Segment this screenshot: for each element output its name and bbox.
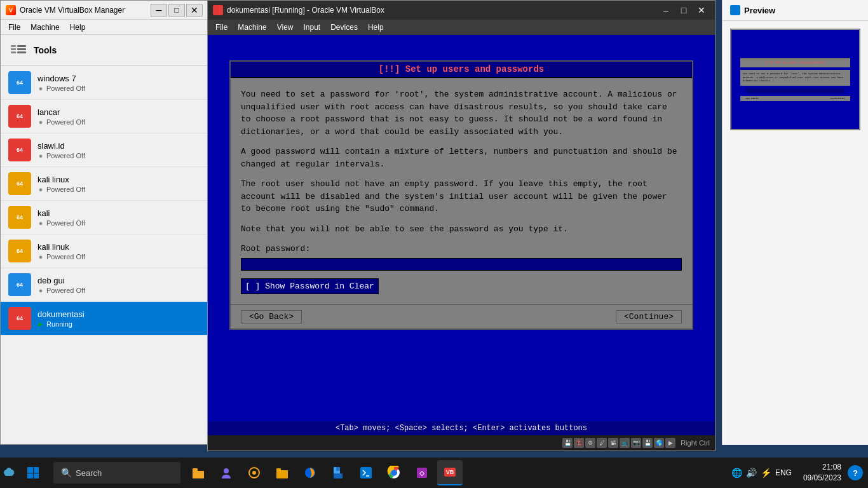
search-icon: 🔍 xyxy=(61,468,72,478)
vbm-titlebar: V Oracle VM VirtualBox Manager – □ ✕ xyxy=(1,1,208,20)
taskbar-files[interactable] xyxy=(325,460,351,485)
vm-running-title: dokumentasi [Running] - Oracle VM Virtua… xyxy=(227,6,658,15)
vm-status-icon-10: ▶ xyxy=(665,438,675,448)
vm-item-kali[interactable]: 64 kali ● Powered Off xyxy=(1,201,208,234)
taskbar-chrome[interactable] xyxy=(381,460,407,485)
taskbar-vscode[interactable] xyxy=(353,460,379,485)
vm-status-slawi: ● Powered Off xyxy=(37,152,200,159)
sound-icon[interactable]: 🔊 xyxy=(746,468,757,478)
vm-status-icon-5: 📽 xyxy=(608,438,618,448)
vm-icon-windows7: 64 xyxy=(8,71,31,94)
status-icon-off7: ● xyxy=(37,287,44,294)
vm-item-slawi[interactable]: 64 slawi.id ● Powered Off xyxy=(1,133,208,167)
vbm-maximize-btn[interactable]: □ xyxy=(168,4,185,17)
vm-item-kalilinuk[interactable]: 64 kali linuk ● Powered Off xyxy=(1,234,208,268)
vbm-menubar: File Machine Help xyxy=(1,20,208,35)
vbm-window: V Oracle VM VirtualBox Manager – □ ✕ Fil… xyxy=(0,0,208,445)
status-icon-running: ► xyxy=(37,321,44,327)
vm-status-icon-7: 📷 xyxy=(631,438,641,448)
taskbar-firefox[interactable] xyxy=(297,460,323,485)
taskbar-search[interactable]: 🔍 Search xyxy=(53,462,180,484)
start-button[interactable] xyxy=(18,458,48,488)
vm-menu-devices[interactable]: Devices xyxy=(325,22,363,33)
vm-name-windows7: windows 7 xyxy=(37,74,200,83)
taskbar-virtualbox[interactable]: VB xyxy=(437,460,463,485)
vm-info-kalilinuk: kali linuk ● Powered Off xyxy=(37,242,200,261)
vm-status-icon-9: 🌎 xyxy=(654,438,664,448)
go-back-btn[interactable]: <Go Back> xyxy=(241,310,302,323)
vm-status-kali: ● Powered Off xyxy=(37,219,200,227)
vm-info-debgui: deb gui ● Powered Off xyxy=(37,276,200,294)
vm-menu-input[interactable]: Input xyxy=(299,22,326,33)
root-password-input[interactable] xyxy=(241,258,682,271)
svg-rect-5 xyxy=(17,51,26,53)
vbm-minimize-btn[interactable]: – xyxy=(151,4,167,17)
vm-menu-view[interactable]: View xyxy=(272,22,299,33)
vbm-close-btn[interactable]: ✕ xyxy=(186,4,203,17)
vm-status-lancar: ● Powered Off xyxy=(37,118,200,126)
vm-hint-bar: <Tab> moves; <Space> selects; <Enter> ac… xyxy=(208,421,715,435)
svg-rect-2 xyxy=(11,51,16,53)
vm-item-debgui[interactable]: 64 deb gui ● Powered Off xyxy=(1,268,208,302)
vm-menu-file[interactable]: File xyxy=(210,22,233,33)
svg-text:◇: ◇ xyxy=(419,470,425,477)
continue-btn[interactable]: <Continue> xyxy=(616,310,682,323)
taskbar-folder[interactable] xyxy=(269,460,295,485)
vm-item-dokumentasi[interactable]: 64 dokumentasi ► Running xyxy=(1,302,208,336)
vm-content-area[interactable]: [!!] Set up users and passwords You need… xyxy=(208,35,715,421)
svg-rect-17 xyxy=(334,473,342,478)
dialog-para-2: A good password will contain a mixture o… xyxy=(241,146,682,170)
root-password-label: Root password: xyxy=(241,243,682,255)
vm-name-kalilinux: kali linux xyxy=(37,175,200,184)
vm-status-icon-2: 📵 xyxy=(574,438,584,448)
dialog-body: You need to set a password for 'root', t… xyxy=(231,78,692,304)
vm-item-windows7[interactable]: 64 windows 7 ● Powered Off xyxy=(1,66,208,100)
taskbar-file-explorer[interactable] xyxy=(186,460,211,485)
vm-item-lancar[interactable]: 64 lancar ● Powered Off xyxy=(1,100,208,133)
desktop: V Oracle VM VirtualBox Manager – □ ✕ Fil… xyxy=(0,0,868,488)
vbm-menu-file[interactable]: File xyxy=(3,22,25,33)
status-icon-off4: ● xyxy=(37,186,44,193)
vm-status-debgui: ● Powered Off xyxy=(37,287,200,294)
svg-rect-1 xyxy=(11,48,16,50)
vm-status-windows7: ● Powered Off xyxy=(37,85,200,92)
vm-icon-kalilinux: 64 xyxy=(8,172,31,195)
vm-status-kalilinuk: ● Powered Off xyxy=(37,253,200,261)
vm-info-kalilinux: kali linux ● Powered Off xyxy=(37,175,200,193)
network-icon[interactable]: 🌐 xyxy=(731,468,742,478)
vm-menu-help[interactable]: Help xyxy=(363,22,389,33)
vm-maximize-btn[interactable]: □ xyxy=(675,3,692,17)
language-icon[interactable]: ENG xyxy=(775,468,792,477)
vm-menu-machine[interactable]: Machine xyxy=(233,22,271,33)
status-icon-off: ● xyxy=(37,85,44,92)
vm-icon-kalilinuk: 64 xyxy=(8,240,31,262)
show-password-checkbox[interactable]: [ ] Show Password in Clear xyxy=(241,278,379,295)
preview-panel: Preview [!!] Set up users and passwords … xyxy=(722,0,868,445)
svg-rect-6 xyxy=(193,471,204,478)
taskbar-cube-app[interactable]: ◇ xyxy=(409,460,435,485)
svg-rect-16 xyxy=(336,467,340,471)
cortana-icon[interactable] xyxy=(0,464,18,482)
taskbar-clock[interactable]: 21:08 09/05/2023 xyxy=(798,462,846,484)
status-icon-off2: ● xyxy=(37,119,44,125)
vm-running-window: dokumentasi [Running] - Oracle VM Virtua… xyxy=(207,0,715,451)
vbm-menu-help[interactable]: Help xyxy=(65,22,91,33)
preview-image: [!!] Set up users and passwords You need… xyxy=(730,29,860,130)
vm-close-btn[interactable]: ✕ xyxy=(693,3,710,17)
vbm-menu-machine[interactable]: Machine xyxy=(25,22,64,33)
vm-info-slawi: slawi.id ● Powered Off xyxy=(37,141,200,159)
svg-text:VB: VB xyxy=(446,469,454,475)
status-icon-off6: ● xyxy=(37,254,44,260)
taskbar-help-btn[interactable]: ? xyxy=(848,465,863,480)
vm-status-icon-3: ⚙ xyxy=(585,438,595,448)
taskbar-circle-app[interactable] xyxy=(241,460,267,485)
vm-minimize-btn[interactable]: – xyxy=(658,3,674,17)
svg-rect-7 xyxy=(193,468,198,471)
battery-icon[interactable]: ⚡ xyxy=(761,468,771,478)
preview-icon xyxy=(730,5,740,15)
taskbar-teams[interactable] xyxy=(214,460,239,485)
vm-screen[interactable]: [!!] Set up users and passwords You need… xyxy=(208,35,715,451)
vm-item-kalilinux[interactable]: 64 kali linux ● Powered Off xyxy=(1,167,208,201)
vm-icon-kali: 64 xyxy=(8,206,31,229)
dialog-para-3: The root user should not have an empty p… xyxy=(241,178,682,215)
